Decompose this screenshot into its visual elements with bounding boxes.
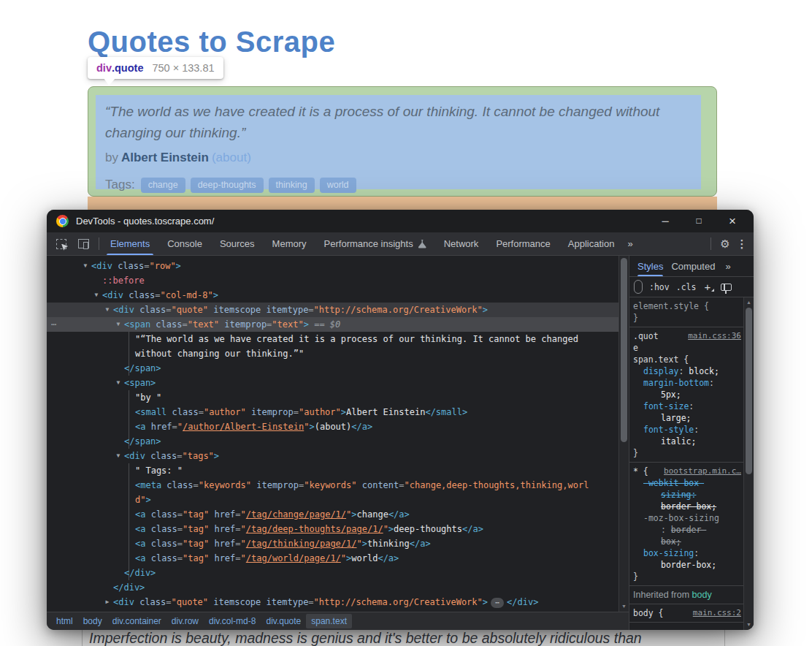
tag-pill-thinking[interactable]: thinking	[269, 178, 315, 193]
row-ellipsis-gutter-icon[interactable]: ⋯	[51, 317, 57, 332]
style-line[interactable]: display: block;	[629, 365, 743, 377]
style-line[interactable]: span.text {	[629, 354, 743, 365]
expand-arrow-open-icon[interactable]: ▼	[103, 303, 112, 317]
style-line[interactable]: }	[629, 447, 743, 459]
stylesheet-source-link[interactable]: main.css:36	[688, 330, 741, 342]
styles-scrollbar[interactable]: ▲ ▼	[743, 297, 754, 630]
styles-filter-input[interactable]	[634, 280, 643, 294]
style-line[interactable]: border-box;	[629, 559, 743, 571]
dom-tree-row[interactable]: ▼<span>	[47, 376, 618, 390]
scrollbar-thumb[interactable]	[621, 258, 627, 442]
dom-tree-row[interactable]: "“The world as we have created it is a p…	[47, 332, 618, 346]
dom-tree-row[interactable]: ▶<div class="quote" itemscope itemtype="…	[47, 595, 618, 609]
dom-tree-row[interactable]: ▼<div class="row">	[47, 259, 618, 273]
tag-pill-world[interactable]: world	[320, 178, 356, 193]
style-line[interactable]: element.style {	[629, 300, 743, 312]
close-button[interactable]: ×	[716, 210, 749, 232]
collapsed-children-pill[interactable]: ⋯	[491, 598, 504, 608]
expand-arrow-open-icon[interactable]: ▼	[114, 376, 123, 390]
dom-tree-row[interactable]: ▶<div class="quote" itemscope itemtype="…	[47, 609, 618, 612]
style-line[interactable]: font-style:	[629, 424, 743, 436]
tab-performance[interactable]: Performance	[487, 232, 559, 255]
dom-tree-row[interactable]: without changing our thinking.”"	[47, 346, 618, 361]
about-link[interactable]: (about)	[212, 151, 251, 164]
expand-arrow-open-icon[interactable]: ▼	[81, 259, 90, 273]
tab-memory[interactable]: Memory	[264, 232, 315, 255]
style-line[interactable]: italic;	[629, 436, 743, 447]
style-line[interactable]: }	[629, 571, 743, 582]
breadcrumb-div-col-md-8[interactable]: div.col-md-8	[204, 614, 261, 628]
quote-author[interactable]: Albert Einstein	[121, 151, 209, 164]
breadcrumb-span-text[interactable]: span.text	[306, 614, 352, 628]
page-title[interactable]: Quotes to Scrape	[88, 26, 335, 58]
tab-sources[interactable]: Sources	[211, 232, 264, 255]
tab-elements[interactable]: Elements	[102, 232, 158, 255]
dom-tree-row[interactable]: </span>	[47, 434, 618, 449]
stylesheet-source-link[interactable]: bootstrap.min.c…	[664, 466, 741, 477]
more-tabs-icon[interactable]: »	[627, 238, 632, 249]
minimize-button[interactable]: ─	[648, 210, 682, 232]
style-line[interactable]: margin-bottom:	[629, 377, 743, 389]
sidebar-tab-styles[interactable]: Styles	[637, 256, 663, 276]
breadcrumb-div-row[interactable]: div.row	[166, 614, 204, 628]
breadcrumb-div-quote[interactable]: div.quote	[261, 614, 306, 628]
style-line[interactable]: 5px;	[629, 389, 743, 400]
style-line[interactable]: box;	[629, 536, 743, 547]
paint-roller-icon[interactable]	[721, 284, 732, 291]
dom-tree-row[interactable]: <meta class="keywords" itemprop="keyword…	[47, 478, 618, 493]
tab-console[interactable]: Console	[158, 232, 211, 255]
style-line[interactable]: : border-	[629, 524, 743, 536]
element-classes-button[interactable]: .cls	[676, 282, 697, 292]
style-line[interactable]: sizing:	[629, 489, 743, 501]
style-line[interactable]: large;	[629, 412, 743, 424]
tab-application[interactable]: Application	[559, 232, 624, 255]
dom-tree-row[interactable]: ▼<div class="quote" itemscope itemtype="…	[47, 303, 618, 317]
toggle-element-state-button[interactable]: :hov	[649, 282, 670, 292]
sidebar-tab-computed[interactable]: Computed	[671, 256, 715, 276]
dom-tree-row[interactable]: d">	[47, 493, 618, 507]
dom-tree-row[interactable]: ::before	[47, 273, 618, 288]
scrollbar-thumb[interactable]	[746, 308, 752, 474]
expand-arrow-closed-icon[interactable]: ▶	[103, 595, 112, 609]
dom-tree-row[interactable]: <a class="tag" href="/tag/world/page/1/"…	[47, 551, 618, 566]
dom-tree-row[interactable]: <a class="tag" href="/tag/deep-thoughts/…	[47, 522, 618, 536]
kebab-menu-icon[interactable]: ⋮	[736, 238, 748, 251]
tab-network[interactable]: Network	[435, 232, 488, 255]
elements-scrollbar[interactable]: ▼	[618, 256, 629, 612]
dom-tree-row[interactable]: <a class="tag" href="/tag/change/page/1/…	[47, 507, 618, 522]
new-style-rule-button[interactable]: +	[704, 281, 710, 293]
inspect-element-icon[interactable]	[56, 239, 66, 249]
expand-arrow-open-icon[interactable]: ▼	[114, 317, 123, 332]
style-line[interactable]: }	[629, 312, 743, 324]
devtools-titlebar[interactable]: DevTools - quotes.toscrape.com/ ─ □ ×	[47, 210, 754, 232]
dom-tree-row[interactable]: ▼<div class="col-md-8">	[47, 288, 618, 303]
breadcrumb-div-container[interactable]: div.container	[107, 614, 166, 628]
dom-tree-row[interactable]: <a class="tag" href="/tag/thinking/page/…	[47, 536, 618, 551]
dom-tree-row[interactable]: </div>	[47, 566, 618, 580]
expand-arrow-open-icon[interactable]: ▼	[114, 449, 123, 463]
style-line[interactable]: Inherited from body	[629, 589, 743, 601]
dom-tree-row[interactable]: " Tags: "	[47, 463, 618, 478]
expand-arrow-closed-icon[interactable]: ▶	[103, 609, 112, 612]
scroll-up-icon[interactable]: ▲	[744, 299, 754, 306]
gear-icon[interactable]: ⚙	[717, 238, 733, 251]
tag-pill-deep-thoughts[interactable]: deep-thoughts	[191, 178, 264, 193]
maximize-button[interactable]: □	[682, 210, 716, 232]
sidebar-more-tabs-icon[interactable]: »	[725, 261, 729, 272]
device-toolbar-icon[interactable]	[78, 239, 89, 248]
style-line[interactable]: e	[629, 342, 743, 354]
dom-tree-row[interactable]: ▼⋯<span class="text" itemprop="text"> ==…	[47, 317, 618, 332]
scroll-down-icon[interactable]: ▼	[744, 621, 754, 628]
dom-tree-row[interactable]: "by "	[47, 390, 618, 405]
dom-tree-row[interactable]: <small class="author" itemprop="author">…	[47, 405, 618, 419]
breadcrumb-html[interactable]: html	[51, 614, 78, 628]
dom-tree-row[interactable]: </div>	[47, 580, 618, 595]
stylesheet-source-link[interactable]: main.css:2	[693, 607, 741, 619]
style-line[interactable]: box-sizing:	[629, 547, 743, 559]
scroll-down-icon[interactable]: ▼	[619, 603, 629, 610]
style-line[interactable]: -moz-box-sizing	[629, 512, 743, 524]
breadcrumb-body[interactable]: body	[78, 614, 107, 628]
tag-pill-change[interactable]: change	[141, 178, 185, 193]
style-line[interactable]: border-box;	[629, 501, 743, 512]
dom-tree-row[interactable]: ▼<div class="tags">	[47, 449, 618, 463]
